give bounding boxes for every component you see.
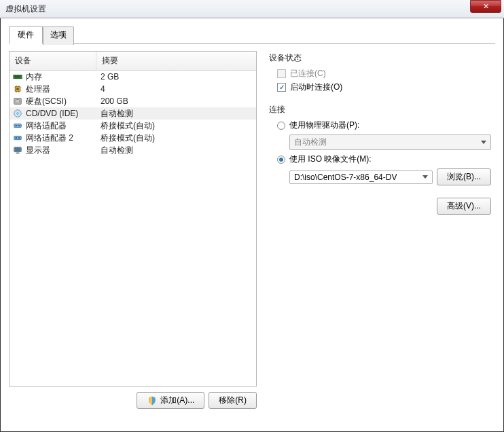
chevron-down-icon [422, 175, 428, 179]
physical-drive-label: 使用物理驱动器(P): [289, 120, 359, 131]
connection-title: 连接 [269, 104, 491, 115]
dropdown-value: 自动检测 [294, 137, 327, 148]
summary-cell: 自动检测 [96, 107, 256, 120]
connect-on-poweron-row[interactable]: 启动时连接(O) [277, 82, 491, 93]
iso-path-value: D:\iso\CentOS-7-x86_64-DV [294, 173, 397, 182]
device-cell: 网络适配器 2 [10, 132, 96, 145]
network-icon [12, 132, 23, 143]
hardware-row[interactable]: 内存2 GB [10, 71, 256, 83]
checkbox-icon [277, 69, 286, 78]
svg-rect-2 [16, 75, 18, 78]
device-name: 处理器 [26, 84, 50, 95]
device-status-title: 设备状态 [269, 52, 491, 64]
network-icon [12, 120, 23, 131]
connected-row[interactable]: 已连接(C) [277, 68, 491, 79]
close-icon: ✕ [483, 2, 489, 11]
summary-cell: 桥接模式(自动) [96, 132, 256, 145]
right-pane: 设备状态 已连接(C) 启动时连接(O) 连接 使用物理驱动器(P): [265, 51, 495, 409]
header-device[interactable]: 设备 [10, 52, 96, 70]
device-cell: 显示器 [10, 144, 96, 157]
svg-rect-23 [14, 136, 22, 139]
tab-bar: 硬件 选项 [9, 25, 495, 44]
tab-content: 设备 摘要 内存2 GB处理器4硬盘(SCSI)200 GBCD/DVD (ID… [9, 44, 495, 409]
summary-cell: 200 GB [96, 96, 256, 107]
browse-button[interactable]: 浏览(B)... [437, 168, 491, 185]
summary-cell: 自动检测 [96, 144, 256, 157]
shield-icon [147, 395, 158, 406]
display-icon [12, 145, 23, 156]
advanced-row: 高级(V)... [269, 198, 491, 215]
tab-options[interactable]: 选项 [43, 26, 74, 45]
svg-rect-27 [15, 148, 21, 151]
disk-icon [12, 96, 23, 107]
svg-rect-4 [20, 75, 21, 78]
svg-rect-29 [16, 153, 19, 154]
device-cell: 处理器 [10, 83, 96, 96]
remove-button[interactable]: 移除(R) [209, 392, 257, 409]
cd-icon [12, 108, 23, 119]
iso-file-row[interactable]: 使用 ISO 映像文件(M): [277, 154, 491, 165]
device-cell: 内存 [10, 71, 96, 84]
close-button[interactable]: ✕ [470, 0, 501, 13]
hardware-list: 设备 摘要 内存2 GB处理器4硬盘(SCSI)200 GBCD/DVD (ID… [9, 51, 257, 386]
physical-drive-dropdown-row: 自动检测 [289, 134, 491, 150]
header-summary[interactable]: 摘要 [96, 52, 256, 70]
svg-point-19 [17, 113, 19, 115]
connect-on-poweron-label: 启动时连接(O) [290, 82, 342, 93]
chevron-down-icon [481, 141, 486, 144]
svg-point-17 [17, 101, 18, 101]
connected-label: 已连接(C) [290, 68, 326, 79]
physical-drive-dropdown[interactable]: 自动检测 [289, 134, 491, 150]
checkbox-icon [277, 83, 286, 92]
tab-hardware[interactable]: 硬件 [9, 26, 43, 44]
cpu-icon [12, 84, 23, 94]
svg-rect-25 [18, 137, 20, 139]
hardware-row[interactable]: 硬盘(SCSI)200 GB [10, 95, 256, 107]
svg-rect-28 [16, 153, 19, 154]
svg-rect-21 [16, 125, 18, 126]
hardware-button-row: 添加(A)... 移除(R) [9, 392, 257, 409]
memory-icon [12, 71, 23, 82]
browse-button-label: 浏览(B)... [447, 171, 481, 183]
add-button-label: 添加(A)... [160, 395, 194, 406]
device-name: CD/DVD (IDE) [26, 109, 78, 118]
iso-path-dropdown[interactable]: D:\iso\CentOS-7-x86_64-DV [289, 170, 433, 184]
left-pane: 设备 摘要 内存2 GB处理器4硬盘(SCSI)200 GBCD/DVD (ID… [9, 51, 257, 409]
iso-path-row: D:\iso\CentOS-7-x86_64-DV 浏览(B)... [289, 168, 491, 185]
svg-rect-6 [16, 88, 19, 90]
hardware-row[interactable]: 网络适配器 2桥接模式(自动) [10, 132, 256, 144]
tab-label: 硬件 [18, 30, 34, 39]
device-name: 网络适配器 [26, 120, 67, 132]
advanced-button[interactable]: 高级(V)... [437, 198, 491, 215]
device-cell: 硬盘(SCSI) [10, 95, 96, 108]
device-status-group: 设备状态 已连接(C) 启动时连接(O) [269, 52, 491, 93]
device-name: 显示器 [26, 145, 50, 156]
svg-rect-22 [18, 125, 20, 126]
hardware-row[interactable]: 显示器自动检测 [10, 144, 256, 156]
device-cell: 网络适配器 [10, 120, 96, 132]
radio-icon [277, 156, 285, 164]
tab-label: 选项 [50, 30, 67, 39]
window-body: 硬件 选项 设备 摘要 内存2 GB处理器4硬盘(SCSI)200 GBCD/D… [0, 18, 504, 432]
connection-group: 连接 使用物理驱动器(P): 自动检测 使用 ISO 映像文件(M): [269, 104, 491, 215]
hardware-header: 设备 摘要 [10, 52, 256, 71]
radio-icon [277, 122, 285, 130]
title-bar: 虚拟机设置 ✕ [0, 0, 504, 18]
svg-rect-20 [14, 124, 22, 127]
summary-cell: 4 [96, 84, 256, 94]
summary-cell: 桥接模式(自动) [96, 120, 256, 132]
hardware-row[interactable]: 网络适配器桥接模式(自动) [10, 120, 256, 132]
window-title: 虚拟机设置 [5, 3, 470, 15]
physical-drive-row[interactable]: 使用物理驱动器(P): [277, 120, 491, 131]
device-name: 硬盘(SCSI) [26, 96, 67, 107]
svg-rect-1 [15, 75, 16, 78]
svg-rect-3 [18, 75, 20, 78]
svg-rect-24 [16, 137, 18, 139]
hardware-row[interactable]: 处理器4 [10, 83, 256, 95]
add-button[interactable]: 添加(A)... [137, 392, 204, 409]
hardware-row[interactable]: CD/DVD (IDE)自动检测 [10, 107, 256, 120]
advanced-button-label: 高级(V)... [447, 200, 481, 212]
summary-cell: 2 GB [96, 71, 256, 82]
device-name: 网络适配器 2 [26, 132, 73, 144]
hardware-rows: 内存2 GB处理器4硬盘(SCSI)200 GBCD/DVD (IDE)自动检测… [10, 71, 256, 156]
